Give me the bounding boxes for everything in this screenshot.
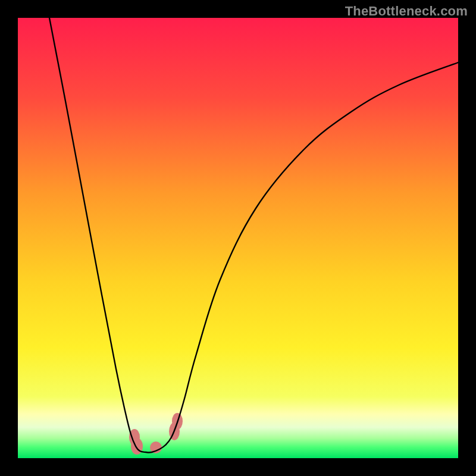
chart-frame: TheBottleneck.com [0, 0, 476, 476]
plot-area [18, 18, 458, 458]
bottleneck-curve [18, 18, 458, 458]
watermark: TheBottleneck.com [345, 4, 468, 19]
